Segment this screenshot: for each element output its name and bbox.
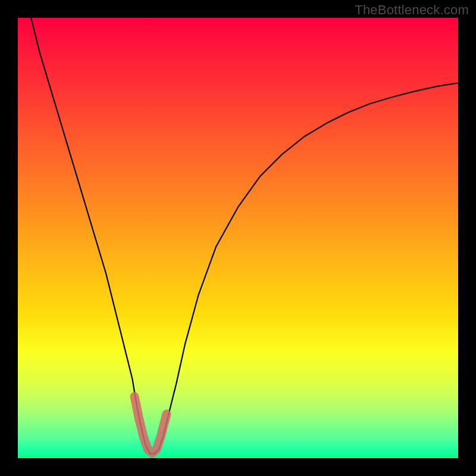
chart-frame: TheBottleneck.com	[0, 0, 476, 476]
plot-area	[18, 18, 458, 458]
valley-marker-path	[134, 396, 167, 453]
curve-layer	[18, 18, 458, 458]
watermark-text: TheBottleneck.com	[355, 2, 469, 18]
bottleneck-curve-path	[31, 18, 458, 454]
